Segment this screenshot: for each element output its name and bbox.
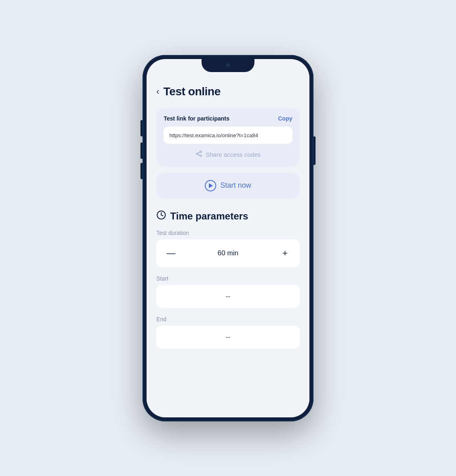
start-placeholder: -- <box>226 292 230 300</box>
back-icon[interactable]: ‹ <box>156 87 159 96</box>
play-triangle <box>209 183 213 188</box>
section-title: Time parameters <box>170 211 248 222</box>
duration-value: 60 min <box>217 249 238 257</box>
end-label: End <box>156 316 300 322</box>
share-codes-label: Share access codes <box>206 151 261 158</box>
share-icon <box>195 150 202 159</box>
notch <box>202 59 254 72</box>
card-label: Test link for participants <box>164 115 230 122</box>
start-now-button[interactable]: Start now <box>156 173 300 199</box>
test-link-card: Test link for participants Copy https://… <box>156 108 300 167</box>
svg-line-4 <box>198 152 200 153</box>
phone-screen: ‹ Test online Test link for participants… <box>147 59 309 417</box>
copy-button[interactable]: Copy <box>278 115 292 122</box>
phone-frame: ‹ Test online Test link for participants… <box>142 55 314 421</box>
notch-camera <box>226 63 230 67</box>
duration-stepper: — 60 min + <box>156 239 300 267</box>
link-box: https://test.examica.io/online?t=1ca84 <box>164 127 292 144</box>
start-label: Start <box>156 275 300 282</box>
screen-content: ‹ Test online Test link for participants… <box>147 75 309 417</box>
page-header: ‹ Test online <box>156 85 300 98</box>
end-placeholder: -- <box>226 333 230 341</box>
start-field[interactable]: -- <box>156 285 300 308</box>
end-field[interactable]: -- <box>156 326 300 349</box>
duration-label: Test duration <box>156 230 300 236</box>
share-codes-row[interactable]: Share access codes <box>164 149 292 160</box>
clock-icon <box>156 210 166 222</box>
card-header-row: Test link for participants Copy <box>164 115 292 122</box>
start-now-label: Start now <box>220 181 251 190</box>
phone-shell: ‹ Test online Test link for participants… <box>142 55 314 421</box>
increment-button[interactable]: + <box>278 246 292 261</box>
play-icon <box>205 180 216 191</box>
section-header: Time parameters <box>156 210 300 222</box>
page-title: Test online <box>163 85 220 98</box>
svg-line-3 <box>198 154 200 155</box>
link-url: https://test.examica.io/online?t=1ca84 <box>169 132 258 138</box>
decrement-button[interactable]: — <box>164 246 178 261</box>
